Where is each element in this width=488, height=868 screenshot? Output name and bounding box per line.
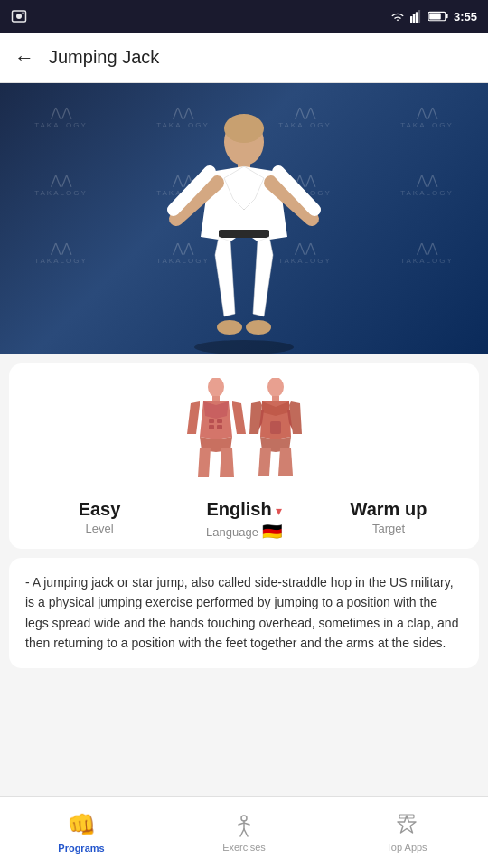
svg-point-29 xyxy=(267,378,284,397)
svg-rect-4 xyxy=(413,14,415,23)
hero-section: ⋀⋀ TAKALOGY ⋀⋀ TAKALOGY ⋀⋀ TAKALOGY ⋀⋀ T… xyxy=(0,83,488,354)
svg-rect-24 xyxy=(212,396,220,401)
svg-point-23 xyxy=(208,378,224,397)
svg-rect-14 xyxy=(219,230,269,238)
language-dropdown-arrow: ▾ xyxy=(276,504,282,518)
exercise-figure xyxy=(154,92,334,354)
svg-point-12 xyxy=(224,114,264,143)
svg-rect-3 xyxy=(410,16,412,23)
description-text: - A jumping jack or star jump, also call… xyxy=(25,572,463,654)
page-title: Jumping Jack xyxy=(49,47,159,68)
svg-rect-27 xyxy=(209,425,214,429)
watermark-cell: ⋀⋀ TAKALOGY xyxy=(366,83,488,151)
svg-point-10 xyxy=(194,340,294,354)
svg-rect-5 xyxy=(416,12,418,23)
svg-rect-28 xyxy=(217,425,222,429)
level-stat: Easy Level xyxy=(27,499,172,535)
status-time: 3:55 xyxy=(454,10,477,24)
description-card: - A jumping jack or star jump, also call… xyxy=(9,558,479,668)
svg-point-2 xyxy=(22,12,23,14)
watermark-cell: ⋀⋀ TAKALOGY xyxy=(366,219,488,287)
svg-point-1 xyxy=(16,14,22,19)
nav-item-programs[interactable]: 👊 Programs xyxy=(0,804,163,861)
programs-label: Programs xyxy=(58,843,104,854)
nav-item-exercises[interactable]: Exercises xyxy=(163,806,325,860)
app-header: ← Jumping Jack xyxy=(0,33,488,83)
svg-point-15 xyxy=(217,320,242,335)
content-area: Easy Level English ▾ Language 🇩🇪 Warm up xyxy=(0,354,488,868)
exercises-icon xyxy=(231,813,257,838)
bottom-navigation: 👊 Programs Exercises 1 Top Apps xyxy=(0,796,488,868)
language-flag: 🇩🇪 xyxy=(262,522,282,542)
svg-point-16 xyxy=(246,320,271,335)
wifi-icon xyxy=(390,10,405,23)
muscle-diagram xyxy=(27,378,461,477)
topapps-label: Top Apps xyxy=(386,842,427,853)
level-value: Easy xyxy=(79,499,121,520)
info-card: Easy Level English ▾ Language 🇩🇪 Warm up xyxy=(9,363,479,549)
status-bar: 3:55 xyxy=(0,0,488,33)
language-label-row: Language 🇩🇪 xyxy=(206,522,282,542)
language-stat[interactable]: English ▾ Language 🇩🇪 xyxy=(172,499,316,542)
language-label: Language xyxy=(206,525,258,539)
status-bar-left xyxy=(11,8,27,24)
svg-point-32 xyxy=(241,816,247,821)
svg-rect-31 xyxy=(270,421,281,434)
svg-rect-8 xyxy=(446,14,447,19)
watermark-cell: ⋀⋀ TAKALOGY xyxy=(0,151,122,219)
photo-icon xyxy=(11,8,27,24)
svg-rect-25 xyxy=(209,419,214,423)
level-label: Level xyxy=(85,522,113,535)
target-label: Target xyxy=(372,522,405,535)
muscle-front-figure xyxy=(187,378,246,477)
watermark-cell: ⋀⋀ TAKALOGY xyxy=(0,219,122,287)
muscle-back-figure xyxy=(249,378,302,476)
language-value: English xyxy=(206,499,271,520)
topapps-icon: 1 xyxy=(394,813,419,838)
battery-icon xyxy=(428,11,448,22)
svg-rect-30 xyxy=(272,396,279,401)
stats-row: Easy Level English ▾ Language 🇩🇪 Warm up xyxy=(27,492,461,549)
watermark-cell: ⋀⋀ TAKALOGY xyxy=(366,151,488,219)
svg-rect-9 xyxy=(429,13,441,19)
language-selector[interactable]: English ▾ xyxy=(206,499,281,522)
target-stat: Warm up Target xyxy=(316,499,461,535)
back-button[interactable]: ← xyxy=(14,46,34,70)
watermark-cell: ⋀⋀ TAKALOGY xyxy=(0,83,122,151)
target-value: Warm up xyxy=(351,499,427,520)
programs-icon: 👊 xyxy=(67,811,96,839)
nav-item-topapps[interactable]: 1 Top Apps xyxy=(325,806,488,860)
signal-icon xyxy=(410,10,423,23)
exercises-label: Exercises xyxy=(222,842,266,853)
svg-rect-6 xyxy=(418,10,420,23)
status-bar-right: 3:55 xyxy=(390,10,477,24)
svg-rect-26 xyxy=(217,419,222,423)
